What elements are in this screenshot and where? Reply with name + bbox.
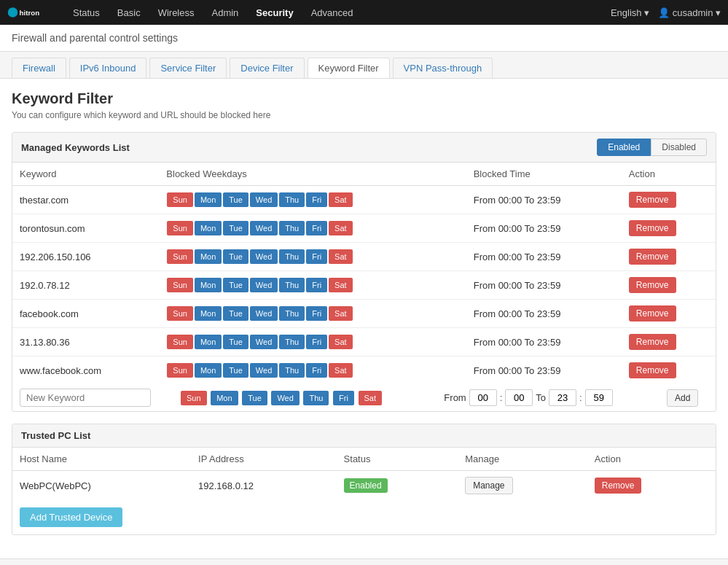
day-label: Sun [167,278,193,292]
day-thu[interactable]: Thu [303,391,329,405]
time-cell: From 00:00 To 23:59 [466,186,622,214]
day-mon[interactable]: Mon [211,391,238,405]
day-label: Wed [250,249,278,264]
ip-cell: 192.168.0.12 [191,471,337,501]
nav-status[interactable]: Status [66,3,107,23]
nav-security[interactable]: Security [248,3,300,23]
new-keyword-input[interactable] [20,389,151,407]
table-row: www.facebook.com SunMonTueWedThuFriSat F… [12,356,716,385]
toggle-disabled-button[interactable]: Disabled [651,139,707,156]
day-label: Fri [306,249,327,264]
keyword-cell: facebook.com [12,300,159,328]
col-status: Status [337,448,458,471]
day-sun[interactable]: Sun [181,391,207,405]
tab-bar: Firewall IPv6 Inbound Service Filter Dev… [0,52,728,79]
day-label: Wed [250,221,278,235]
day-label: Sun [167,306,193,321]
section-title: Keyword Filter [12,90,716,107]
day-label: Wed [250,278,278,292]
language-selector[interactable]: English ▾ [611,7,649,18]
day-sat[interactable]: Sat [359,391,383,405]
day-wed[interactable]: Wed [271,391,299,405]
table-row: 192.206.150.106 SunMonTueWedThuFriSat Fr… [12,243,716,271]
day-label: Thu [279,192,305,207]
day-tue[interactable]: Tue [242,391,267,405]
day-label: Sat [329,192,353,207]
host-cell: WebPC(WebPC) [12,471,191,501]
weekdays-cell: SunMonTueWedThuFriSat [159,186,466,214]
day-label: Sun [167,221,193,235]
day-label: Fri [306,221,327,235]
nav-wireless[interactable]: Wireless [151,3,202,23]
day-label: Fri [306,363,327,378]
to-min-input[interactable] [585,389,613,406]
day-label: Sun [167,192,193,207]
manage-button[interactable]: Manage [465,477,512,494]
remove-keyword-button[interactable]: Remove [629,192,676,208]
right-side: English ▾ 👤 cusadmin ▾ [611,7,721,18]
remove-keyword-button[interactable]: Remove [629,249,676,265]
nav-items: Status Basic Wireless Admin Security Adv… [66,3,611,23]
day-label: Tue [223,278,248,292]
status-cell: Enabled [337,471,458,501]
day-label: Mon [195,192,222,207]
table-row: 192.0.78.12 SunMonTueWedThuFriSat From 0… [12,271,716,300]
to-hour-input[interactable] [549,389,576,406]
table-row: torontosun.com SunMonTueWedThuFriSat Fro… [12,214,716,243]
day-label: Wed [250,192,278,207]
weekdays-cell: SunMonTueWedThuFriSat [159,243,466,271]
day-label: Fri [306,306,327,321]
time-cell: From 00:00 To 23:59 [466,328,622,356]
add-trusted-device-button[interactable]: Add Trusted Device [20,507,122,527]
col-blocked-time: Blocked Time [466,163,622,186]
trusted-panel-title: Trusted PC List [21,430,90,441]
tab-ipv6-inbound[interactable]: IPv6 Inbound [69,58,147,78]
remove-keyword-button[interactable]: Remove [629,305,676,322]
remove-keyword-button[interactable]: Remove [629,220,676,236]
time-cell: From 00:00 To 23:59 [466,243,622,271]
nav-basic[interactable]: Basic [110,3,148,23]
tab-device-filter[interactable]: Device Filter [230,58,304,78]
section-desc: You can configure which keyword and URL … [12,110,716,120]
time-cell: From 00:00 To 23:59 [466,356,622,385]
status-badge: Enabled [344,478,388,493]
time-cell: From 00:00 To 23:59 [466,214,622,243]
day-label: Mon [195,363,222,378]
user-menu[interactable]: 👤 cusadmin ▾ [658,7,721,18]
col-blocked-weekdays: Blocked Weekdays [159,163,466,186]
nav-admin[interactable]: Admin [205,3,246,23]
trusted-pc-table: Host Name IP Address Status Manage Actio… [12,448,716,500]
keyword-table: Keyword Blocked Weekdays Blocked Time Ac… [12,163,716,384]
col-host: Host Name [12,448,191,471]
page-title: Firewall and parental control settings [12,32,178,44]
add-keyword-button[interactable]: Add [667,389,698,407]
keyword-cell: torontosun.com [12,214,159,243]
from-hour-input[interactable] [469,389,497,406]
trusted-panel-header: Trusted PC List [12,424,716,448]
remove-keyword-button[interactable]: Remove [629,277,676,293]
add-keyword-table: Sun Mon Tue Wed Thu Fri Sat From [12,384,716,411]
time-from-cell: From : To : [444,389,652,406]
action-cell: Remove [622,243,716,271]
day-label: Mon [195,249,222,264]
toggle-enabled-button[interactable]: Enabled [597,139,651,156]
col-keyword: Keyword [12,163,159,186]
topnav: hitron Status Basic Wireless Admin Secur… [0,0,728,25]
day-label: Mon [195,221,222,235]
nav-advanced[interactable]: Advanced [304,3,361,23]
day-fri[interactable]: Fri [333,391,354,405]
tab-firewall[interactable]: Firewall [12,58,66,78]
from-min-input[interactable] [505,389,533,406]
from-label: From [444,392,466,403]
remove-keyword-button[interactable]: Remove [629,334,676,350]
day-label: Thu [279,363,305,378]
tab-service-filter[interactable]: Service Filter [149,58,227,78]
action-cell: Remove [622,356,716,385]
remove-trusted-button[interactable]: Remove [595,478,642,494]
trusted-pc-panel: Trusted PC List Host Name IP Address Sta… [12,424,716,535]
tab-keyword-filter[interactable]: Keyword Filter [308,58,390,78]
table-row: WebPC(WebPC) 192.168.0.12 Enabled Manage… [12,471,716,501]
tab-vpn-passthrough[interactable]: VPN Pass-through [393,58,493,78]
remove-keyword-button[interactable]: Remove [629,362,676,378]
keyword-panel-header: Managed Keywords List Enabled Disabled [12,133,716,163]
